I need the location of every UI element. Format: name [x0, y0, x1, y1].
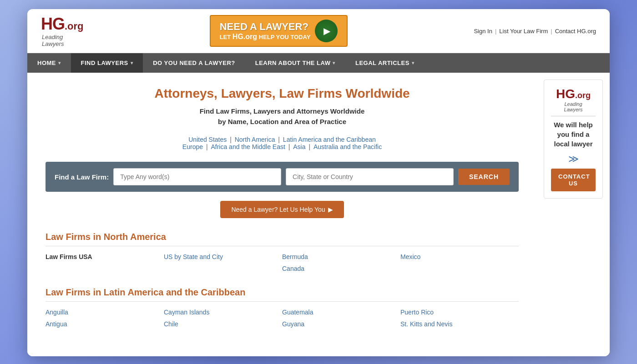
hero-subtitle-line2: by Name, Location and Area of Practice	[218, 118, 346, 125]
nav-sep-1: |	[495, 28, 496, 35]
nav-legal-articles[interactable]: LEGAL ARTICLES ▾	[345, 53, 424, 73]
nav-need-lawyer[interactable]: DO YOU NEED A LAWYER?	[143, 53, 245, 73]
country-bermuda[interactable]: Bermuda	[282, 252, 400, 262]
navbar: HOME ▾ FIND LAWYERS ▾ DO YOU NEED A LAWY…	[27, 53, 610, 73]
sidebar-logo-leading: Leading	[551, 101, 596, 107]
sidebar-card: HG.org Leading Lawyers We will help you …	[544, 80, 603, 199]
ad-headline: NEED A LAWYER?	[220, 21, 311, 33]
search-keyword-input[interactable]	[113, 168, 281, 185]
sep5: |	[308, 143, 312, 150]
ad-subline: LET HG.org HELP YOU TODAY	[220, 33, 311, 41]
country-canada[interactable]: Canada	[282, 264, 400, 274]
search-bar: Find a Law Firm: SEARCH	[46, 162, 519, 192]
country-empty1	[46, 264, 164, 274]
country-cayman[interactable]: Cayman Islands	[164, 307, 282, 317]
sidebar-logo-org: .org	[575, 91, 591, 100]
hero-subtitle-line1: Find Law Firms, Lawyers and Attorneys Wo…	[200, 107, 365, 115]
logo-hg[interactable]: HG	[41, 15, 65, 33]
header-nav: Sign In | List Your Law Firm | Contact H…	[474, 28, 596, 35]
north-america-section: Law Firms in North America Law Firms USA…	[46, 232, 519, 274]
latin-america-section: Law Firms in Latin America and the Carib…	[46, 287, 519, 329]
latin-america-grid: Anguilla Cayman Islands Guatemala Puerto…	[46, 307, 519, 329]
browser-window: HG.org Leading Lawyers NEED A LAWYER? LE…	[27, 9, 610, 356]
sidebar-divider	[551, 116, 596, 116]
logo-sub: Leading Lawyers	[42, 34, 84, 47]
north-america-grid: Law Firms USA US by State and City Bermu…	[46, 252, 519, 274]
nav-find-lawyers-arrow: ▾	[131, 60, 133, 65]
sidebar-help-text: We will help you find a local lawyer	[551, 120, 596, 149]
cta-arrow: ▶	[328, 206, 333, 213]
nav-legal-articles-label: LEGAL ARTICLES	[355, 60, 410, 66]
logo-lawyers: Lawyers	[42, 40, 84, 47]
country-guatemala[interactable]: Guatemala	[282, 307, 400, 317]
main-content: Attorneys, Lawyers, Law Firms Worldwide …	[27, 73, 610, 356]
nav-home[interactable]: HOME ▾	[27, 53, 71, 73]
nav-need-lawyer-label: DO YOU NEED A LAWYER?	[153, 60, 235, 66]
cta-area: Need a Lawyer? Let Us Help You ▶	[46, 201, 519, 218]
nav-find-lawyers[interactable]: FIND LAWYERS ▾	[71, 53, 143, 73]
country-guyana[interactable]: Guyana	[282, 319, 400, 329]
country-empty3	[400, 264, 519, 274]
nav-sep-2: |	[551, 28, 552, 35]
nav-learn-law-label: LEARN ABOUT THE LAW	[255, 60, 331, 66]
sep1: |	[230, 136, 233, 143]
ad-play-button[interactable]	[315, 20, 338, 42]
ad-text: NEED A LAWYER? LET HG.org HELP YOU TODAY	[220, 21, 311, 41]
region-europe[interactable]: Europe	[182, 143, 203, 150]
nav-home-label: HOME	[37, 60, 56, 66]
nav-home-arrow: ▾	[58, 60, 61, 65]
sidebar: HG.org Leading Lawyers We will help you …	[537, 73, 610, 356]
region-north-america[interactable]: North America	[235, 136, 275, 143]
region-australia[interactable]: Australia and the Pacific	[313, 143, 382, 150]
search-location-input[interactable]	[286, 168, 454, 185]
country-usa[interactable]: Law Firms USA	[46, 252, 164, 262]
region-latin-america[interactable]: Latin America and the Caribbean	[283, 136, 376, 143]
region-africa[interactable]: Africa and the Middle East	[211, 143, 285, 150]
sidebar-chevron-icon: ≫	[551, 153, 596, 165]
country-empty2	[164, 264, 282, 274]
sidebar-logo-lawyers: Lawyers	[551, 107, 596, 112]
north-america-title: Law Firms in North America	[46, 232, 519, 246]
country-chile[interactable]: Chile	[164, 319, 282, 329]
cta-label: Need a Lawyer? Let Us Help You	[231, 206, 325, 213]
country-st-kitts[interactable]: St. Kitts and Nevis	[400, 319, 519, 329]
sidebar-logo-hg: HG	[556, 87, 575, 101]
nav-learn-law-arrow: ▾	[333, 60, 335, 65]
region-links: United States | North America | Latin Am…	[46, 136, 519, 150]
search-button[interactable]: SEARCH	[458, 169, 510, 185]
country-antigua[interactable]: Antigua	[46, 319, 164, 329]
nav-find-lawyers-label: FIND LAWYERS	[81, 60, 128, 66]
sep4: |	[288, 143, 292, 150]
logo-area: HG.org Leading Lawyers	[41, 15, 84, 47]
nav-learn-law[interactable]: LEARN ABOUT THE LAW ▾	[245, 53, 345, 73]
logo-org[interactable]: .org	[65, 20, 84, 32]
region-united-states[interactable]: United States	[188, 136, 227, 143]
logo: HG.org Leading Lawyers	[41, 15, 84, 47]
search-label: Find a Law Firm:	[55, 173, 109, 181]
ad-banner[interactable]: NEED A LAWYER? LET HG.org HELP YOU TODAY	[210, 15, 348, 47]
sep3: |	[206, 143, 210, 150]
latin-america-title: Law Firms in Latin America and the Carib…	[46, 287, 519, 302]
content-area: Attorneys, Lawyers, Law Firms Worldwide …	[27, 73, 537, 356]
region-asia[interactable]: Asia	[293, 143, 305, 150]
sidebar-logo: HG.org Leading Lawyers	[551, 87, 596, 112]
logo-leading: Leading	[42, 34, 84, 40]
contact-link[interactable]: Contact HG.org	[555, 28, 596, 35]
hero-subtitle: Find Law Firms, Lawyers and Attorneys Wo…	[46, 106, 519, 127]
cta-button[interactable]: Need a Lawyer? Let Us Help You ▶	[220, 201, 344, 218]
country-anguilla[interactable]: Anguilla	[46, 307, 164, 317]
hero-title: Attorneys, Lawyers, Law Firms Worldwide	[46, 86, 519, 101]
country-us-state-city[interactable]: US by State and City	[164, 252, 282, 262]
sign-in-link[interactable]: Sign In	[474, 28, 492, 35]
nav-legal-articles-arrow: ▾	[412, 60, 415, 65]
sep2: |	[278, 136, 282, 143]
list-law-firm-link[interactable]: List Your Law Firm	[499, 28, 548, 35]
sidebar-contact-button[interactable]: CONTACT US	[551, 169, 596, 191]
country-puerto-rico[interactable]: Puerto Rico	[400, 307, 519, 317]
country-mexico[interactable]: Mexico	[400, 252, 519, 262]
header: HG.org Leading Lawyers NEED A LAWYER? LE…	[27, 9, 610, 53]
